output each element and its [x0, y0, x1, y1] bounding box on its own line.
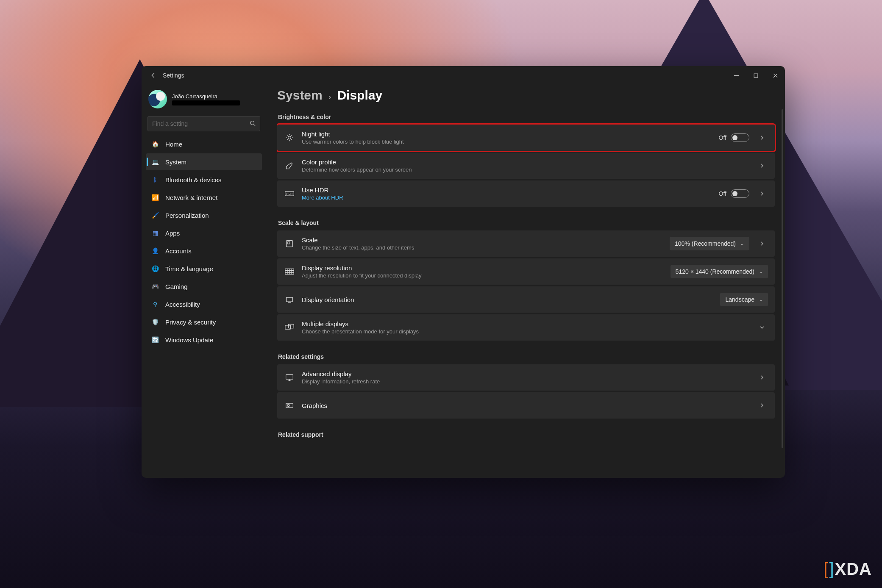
sidebar-item-system[interactable]: 💻System [146, 153, 262, 170]
row-title: Advanced display [302, 370, 380, 377]
sidebar-item-priv[interactable]: 🛡️Privacy & security [146, 313, 262, 330]
sidebar-item-acc[interactable]: 👤Accounts [146, 242, 262, 259]
sidebar-item-label: System [165, 158, 186, 166]
pers-icon: 🖌️ [151, 211, 159, 219]
sidebar-item-net[interactable]: 📶Network & internet [146, 189, 262, 206]
gpu-icon [284, 400, 295, 411]
close-icon [773, 73, 778, 78]
row-night-light[interactable]: Night lightUse warmer colors to help blo… [277, 125, 775, 151]
sidebar-item-label: Windows Update [165, 336, 213, 344]
svg-rect-10 [288, 324, 294, 328]
app-title: Settings [163, 72, 184, 79]
chevron-down-icon: ⌄ [759, 269, 763, 275]
sidebar-item-gaming[interactable]: 🎮Gaming [146, 278, 262, 295]
row-orient[interactable]: Display orientationLandscape⌄ [277, 286, 775, 313]
sidebar-item-a11y[interactable]: ⚲Accessibility [146, 296, 262, 313]
account-block[interactable]: João Carrasqueira [146, 86, 262, 114]
priv-icon: 🛡️ [151, 318, 159, 326]
row-title: Graphics [302, 402, 327, 409]
sidebar-item-label: Bluetooth & devices [165, 176, 222, 183]
breadcrumb: System › Display [277, 88, 774, 103]
dropdown-value: 5120 × 1440 (Recommended) [676, 268, 754, 275]
hdr-icon: HDR [284, 188, 295, 199]
section-label-brightness: Brightness & color [278, 114, 774, 120]
sidebar-item-home[interactable]: 🏠Home [146, 136, 262, 153]
orientation-icon [284, 294, 295, 305]
chevron-right-icon [756, 134, 768, 141]
net-icon: 📶 [151, 193, 159, 202]
section-label-support: Related support [278, 431, 774, 438]
sidebar-item-bt[interactable]: ᛒBluetooth & devices [146, 171, 262, 188]
watermark-text: XDA [835, 560, 872, 579]
sidebar: João Carrasqueira 🏠Home💻SystemᛒBluetooth… [142, 85, 266, 478]
dropdown-res[interactable]: 5120 × 1440 (Recommended)⌄ [671, 265, 768, 278]
search-input[interactable] [152, 120, 245, 127]
bt-icon: ᛒ [151, 175, 159, 184]
close-button[interactable] [765, 66, 785, 85]
home-icon: 🏠 [151, 140, 159, 148]
row-gfx[interactable]: Graphics [277, 392, 775, 419]
monitor-icon [284, 372, 295, 383]
maximize-icon [754, 73, 758, 78]
toggle-state: Off [719, 190, 726, 197]
chevron-down-icon [756, 324, 768, 331]
row-title: Scale [302, 236, 414, 244]
row-link[interactable]: More about HDR [302, 194, 343, 201]
chevron-right-icon [756, 402, 768, 409]
svg-point-2 [288, 136, 291, 139]
account-email-redacted [172, 100, 240, 105]
row-title: Multiple displays [302, 320, 419, 327]
dropdown-value: Landscape [725, 296, 754, 303]
main-panel: System › Display Brightness & color Nigh… [266, 85, 785, 478]
svg-rect-0 [754, 74, 758, 78]
avatar [148, 90, 167, 108]
acc-icon: 👤 [151, 247, 159, 255]
minimize-button[interactable] [726, 66, 746, 85]
section-label-scale: Scale & layout [278, 219, 774, 226]
chevron-right-icon [756, 240, 768, 247]
page-title: Display [337, 88, 382, 103]
breadcrumb-parent[interactable]: System [277, 88, 323, 103]
sidebar-item-apps[interactable]: ▦Apps [146, 225, 262, 241]
row-title: Use HDR [302, 186, 343, 194]
chevron-down-icon: ⌄ [740, 241, 744, 247]
row-multi[interactable]: Multiple displaysChoose the presentation… [277, 314, 775, 341]
sidebar-item-label: Accessibility [165, 301, 200, 308]
search-box[interactable] [147, 116, 260, 131]
window-controls [726, 66, 785, 85]
row-res[interactable]: Display resolutionAdjust the resolution … [277, 258, 775, 285]
dropdown-scale[interactable]: 100% (Recommended)⌄ [670, 237, 749, 250]
chevron-right-icon [756, 190, 768, 197]
row-color-profile[interactable]: Color profileDetermine how colors appear… [277, 153, 775, 179]
row-scale[interactable]: ScaleChange the size of text, apps, and … [277, 230, 775, 257]
maximize-button[interactable] [746, 66, 765, 85]
scrollbar[interactable] [782, 109, 783, 448]
chevron-right-icon [756, 162, 768, 169]
palette-icon [284, 160, 295, 171]
row-hdr[interactable]: HDRUse HDRMore about HDROff [277, 180, 775, 207]
toggle-night-light[interactable] [731, 133, 749, 142]
sidebar-item-wu[interactable]: 🔄Windows Update [146, 331, 262, 348]
titlebar: Settings [142, 66, 785, 85]
svg-rect-11 [286, 374, 293, 379]
sidebar-item-label: Apps [165, 230, 180, 237]
row-adv[interactable]: Advanced displayDisplay information, ref… [277, 364, 775, 391]
svg-point-13 [287, 405, 289, 407]
row-desc: Use warmer colors to help block blue lig… [302, 139, 404, 145]
settings-scroll[interactable]: Brightness & color Night lightUse warmer… [277, 109, 781, 478]
chevron-right-icon [756, 374, 768, 381]
row-desc: Change the size of text, apps, and other… [302, 244, 414, 251]
back-arrow-icon [150, 72, 156, 78]
sidebar-item-pers[interactable]: 🖌️Personalization [146, 207, 262, 224]
settings-window: Settings João Carrasqueira [142, 66, 785, 478]
back-button[interactable] [147, 69, 160, 82]
row-desc: Determine how colors appear on your scre… [302, 166, 412, 173]
brightness-icon [284, 132, 295, 143]
toggle-state: Off [719, 134, 726, 141]
chevron-down-icon: ⌄ [759, 297, 763, 302]
toggle-hdr[interactable] [731, 189, 749, 198]
sidebar-item-time[interactable]: 🌐Time & language [146, 260, 262, 277]
row-title: Night light [302, 130, 404, 138]
svg-rect-5 [287, 241, 293, 247]
dropdown-orient[interactable]: Landscape⌄ [720, 293, 768, 306]
